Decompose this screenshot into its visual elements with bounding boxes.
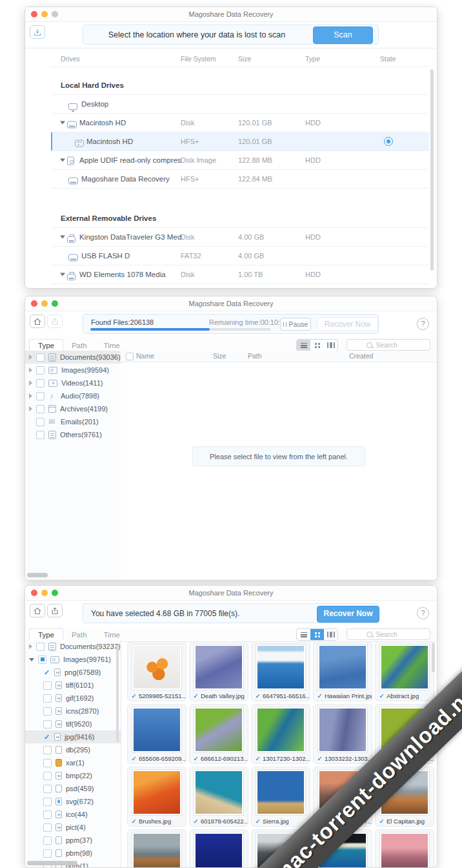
- preview-view-button[interactable]: [324, 629, 337, 640]
- checkbox[interactable]: [43, 836, 52, 845]
- list-view-button[interactable]: [297, 629, 310, 640]
- file-tile[interactable]: [127, 829, 186, 868]
- zoom-button[interactable]: [52, 11, 58, 17]
- checkbox[interactable]: [36, 405, 45, 413]
- traffic-lights[interactable]: [31, 11, 58, 17]
- zoom-button[interactable]: [52, 590, 58, 596]
- file-tile[interactable]: ✓Abstract.jpg: [375, 641, 434, 701]
- checked-icon[interactable]: ✓: [43, 734, 50, 741]
- traffic-lights[interactable]: [31, 300, 58, 307]
- minimize-button[interactable]: [41, 11, 48, 17]
- file-tile[interactable]: ✓Brushes.jpg: [127, 767, 186, 827]
- checked-icon[interactable]: ✓: [43, 669, 50, 676]
- close-button[interactable]: [31, 590, 37, 596]
- sidebar-item-tiff[interactable]: tiff(6101): [25, 679, 121, 692]
- checkbox[interactable]: [43, 772, 52, 780]
- home-button[interactable]: [30, 315, 45, 328]
- sidebar-item-ico[interactable]: ico(44): [25, 808, 121, 821]
- checked-icon[interactable]: ✓: [131, 818, 137, 825]
- minimize-button[interactable]: [41, 300, 48, 307]
- checkbox[interactable]: [43, 798, 52, 806]
- expand-arrow-icon[interactable]: [29, 367, 32, 373]
- checkbox[interactable]: [43, 720, 52, 728]
- checkbox[interactable]: [36, 366, 45, 375]
- load-session-button[interactable]: [30, 25, 45, 39]
- titlebar[interactable]: Magoshare Data Recovery: [25, 586, 437, 601]
- collapse-arrow-icon[interactable]: [60, 159, 65, 162]
- drive-row-apple-udif[interactable]: Apple UDIF read-only compressed (z.. Dis…: [51, 151, 429, 170]
- drive-row-wd-elements[interactable]: WD Elements 1078 Media Disk 1.00 TB HDD: [51, 265, 429, 284]
- search-input[interactable]: [375, 630, 411, 639]
- expand-arrow-icon[interactable]: [29, 355, 32, 360]
- sidebar-item-videos[interactable]: Videos(1411): [25, 377, 121, 389]
- checked-icon[interactable]: ✓: [193, 818, 199, 825]
- checked-icon[interactable]: ✓: [255, 692, 261, 699]
- file-tile[interactable]: ✓686612-690213...: [189, 704, 248, 764]
- sidebar-item-archives[interactable]: Archives(4199): [25, 402, 121, 415]
- file-tile[interactable]: ✓5209985-52151...: [127, 641, 186, 701]
- file-tile[interactable]: [375, 829, 434, 868]
- file-tile[interactable]: ✓655608-659209...: [127, 704, 186, 764]
- checkbox[interactable]: [43, 694, 52, 703]
- checked-icon[interactable]: ✓: [193, 755, 199, 762]
- horizontal-scrollbar[interactable]: [27, 861, 77, 865]
- checked-icon[interactable]: ✓: [255, 818, 261, 825]
- sidebar-item-documents[interactable]: Documents(93036): [25, 351, 121, 364]
- expand-arrow-icon[interactable]: [29, 644, 32, 649]
- list-view-button[interactable]: [297, 340, 310, 351]
- sidebar-item-bmp[interactable]: bmp(22): [25, 769, 121, 782]
- zoom-button[interactable]: [52, 300, 58, 307]
- sidebar-item-pbm[interactable]: pbm(98): [25, 847, 121, 860]
- file-tile[interactable]: ✓601878-605422...: [189, 767, 248, 827]
- file-tile[interactable]: ✓Hawaiian Print.jpg: [313, 641, 372, 701]
- search-box[interactable]: [346, 339, 430, 351]
- sidebar-item-pict[interactable]: pict(4): [25, 821, 121, 834]
- titlebar[interactable]: Magoshare Data Recovery: [25, 7, 437, 22]
- grid-view-button[interactable]: [310, 629, 324, 640]
- drive-row-kingston[interactable]: Kingston DataTraveler G3 Media Disk 4.00…: [51, 228, 429, 247]
- sidebar-item-images[interactable]: Images(99761): [25, 653, 121, 666]
- sidebar-item-others[interactable]: Others(9761): [25, 428, 121, 441]
- checked-icon[interactable]: ✓: [255, 755, 261, 762]
- sidebar-item-psd[interactable]: psd(459): [25, 782, 121, 795]
- sidebar-item-db[interactable]: db(295): [25, 743, 121, 756]
- collapse-arrow-icon[interactable]: [60, 121, 65, 125]
- select-all-checkbox[interactable]: [126, 353, 134, 360]
- file-tile[interactable]: ✓6647951-66516...: [251, 641, 310, 701]
- checkbox[interactable]: [43, 811, 52, 819]
- checkbox[interactable]: [36, 379, 45, 388]
- drive-row-magoshare[interactable]: Magoshare Data Recovery HFS+ 122.84 MB: [51, 170, 429, 189]
- sidebar-item-audio[interactable]: Audio(7898): [25, 389, 121, 402]
- help-button[interactable]: ?: [417, 318, 429, 330]
- sidebar-vertical-scrollbar[interactable]: [116, 645, 119, 742]
- file-tile[interactable]: ✓13017230-1302...: [251, 704, 310, 764]
- drive-row-macintosh-hd[interactable]: Macintosh HD Disk 120.01 GB HDD: [51, 114, 429, 132]
- file-tile[interactable]: ✓Death Valley.jpg: [189, 641, 248, 701]
- checkbox[interactable]: [43, 707, 52, 716]
- checkbox[interactable]: [43, 759, 52, 767]
- checked-icon[interactable]: ✓: [379, 818, 385, 825]
- checkbox[interactable]: [36, 418, 45, 426]
- expand-arrow-icon[interactable]: [29, 406, 32, 411]
- selected-radio[interactable]: [384, 137, 393, 146]
- checkbox[interactable]: [43, 681, 52, 690]
- checkbox[interactable]: [36, 353, 45, 362]
- export-button[interactable]: [47, 604, 63, 617]
- checkbox[interactable]: [43, 849, 52, 858]
- close-button[interactable]: [31, 300, 37, 307]
- drive-row-macintosh-hd-volume[interactable]: Macintosh HD HFS+ 120.01 GB: [51, 132, 429, 151]
- grid-view-button[interactable]: [310, 340, 324, 351]
- scan-button[interactable]: Scan: [313, 26, 373, 44]
- home-button[interactable]: [30, 604, 45, 617]
- titlebar[interactable]: Magoshare Data Recovery: [25, 296, 437, 311]
- checkbox[interactable]: [36, 643, 45, 651]
- recover-now-button[interactable]: Recover Now: [317, 606, 379, 623]
- pause-button[interactable]: Pause: [280, 318, 311, 331]
- collapse-arrow-icon[interactable]: [60, 273, 65, 276]
- traffic-lights[interactable]: [31, 590, 58, 596]
- checked-icon[interactable]: ✓: [193, 692, 199, 699]
- sidebar-item-gif[interactable]: gif(1692): [25, 692, 121, 705]
- grid-vertical-scrollbar[interactable]: [432, 643, 435, 672]
- checkbox-indeterminate[interactable]: [38, 656, 46, 664]
- sidebar-item-png[interactable]: ✓ png(67589): [25, 666, 121, 679]
